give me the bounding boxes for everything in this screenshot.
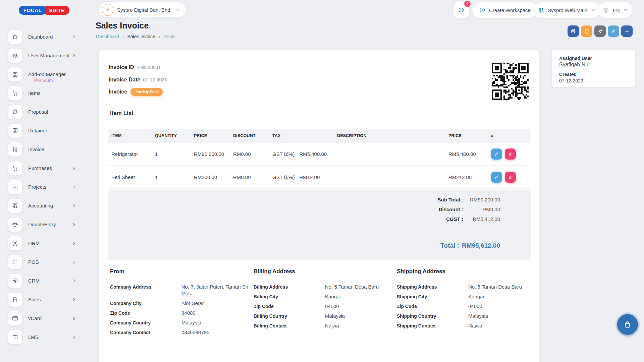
sidebar-item-projects[interactable]: Projects — [0, 178, 85, 196]
cart-fab-button[interactable] — [617, 314, 638, 335]
row-edit-button[interactable] — [491, 172, 502, 183]
chevron-right-icon — [72, 298, 76, 302]
subtotal-row: Sub Total : RM90,200.00 — [438, 196, 500, 203]
field-value: No. 5,Taman Desa Baru — [325, 284, 379, 290]
field-value: Kangar — [468, 293, 484, 300]
sidebar-item-items[interactable]: Items — [0, 84, 85, 103]
sidebar-item-doubleentry[interactable]: DoubleEntry — [0, 215, 85, 234]
language-selector[interactable]: EN — [598, 2, 633, 18]
sidebar-item-user-management[interactable]: User Management — [0, 46, 85, 65]
breadcrumb-dashboard[interactable]: Dashboard — [96, 34, 119, 39]
sidebar-item-lms[interactable]: LMS — [0, 328, 85, 347]
invoice-id-value: #INO00001 — [137, 65, 161, 70]
app-selector[interactable]: Syspro Web Main — [533, 2, 600, 18]
address-row: Company CityAlor Setar — [108, 300, 252, 307]
invoice-card: Invoice ID #INO00001 Invoice Date 07-12-… — [99, 50, 539, 362]
shipping-title: Shipping Address — [397, 268, 531, 275]
field-value: 84000 — [181, 310, 196, 316]
field-label: Shipping City — [395, 293, 468, 300]
sidebar-item-label: Dashboard — [28, 34, 53, 40]
totals-panel: Sub Total : RM90,200.00 Discount : RM0.0… — [108, 190, 531, 260]
chevron-right-icon — [72, 241, 76, 246]
row-edit-button[interactable] — [491, 148, 502, 160]
create-workspace-button[interactable]: Create Workspace — [472, 2, 537, 18]
col-header-total-price: PRICE — [448, 133, 491, 138]
chevron-down-icon — [623, 8, 628, 12]
document-button[interactable] — [581, 25, 592, 37]
logo-focal: FOCAL — [19, 6, 46, 15]
field-label: Billing City — [252, 293, 325, 300]
subtotal-label: Sub Total : — [438, 196, 463, 203]
total-row: Total : RM95,612.00 — [440, 242, 500, 249]
sidebar: FOCAL SUITE Dashboard User Management Ad… — [0, 0, 85, 362]
table-row: Bed Sheet 1 RM200.00 RM0.00 GST (6%)RM12… — [108, 166, 531, 189]
workspace-selector[interactable]: Syspro Digital Sdn. Bhd. — [99, 2, 186, 17]
tax-name: GST (6%) — [272, 151, 294, 157]
scale-icon — [8, 218, 22, 232]
send-button[interactable] — [594, 25, 606, 37]
home-icon — [8, 30, 22, 44]
total-label: Total : — [440, 242, 459, 249]
sidebar-item-label: CRM — [28, 278, 40, 284]
cell-actions — [491, 172, 531, 183]
sidebar-nav: Dashboard User Management Add-on Manager… — [0, 27, 85, 347]
plus-circle-icon — [479, 7, 486, 13]
created-label: Created — [559, 72, 628, 77]
invoice-id-label: Invoice ID — [109, 64, 134, 70]
table-row: Refrigerator 1 RM90,000.00 RM0.00 GST (6… — [108, 143, 531, 166]
sidebar-item-retainer[interactable]: Retainer — [0, 121, 85, 140]
sidebar-item-invoice[interactable]: Invoice — [0, 140, 85, 159]
sidebar-item-pos[interactable]: POS — [0, 253, 85, 272]
address-row: Shipping ContactNajwa — [395, 322, 531, 329]
address-row: Company CountryMalaysia — [108, 319, 252, 326]
invoice-date-value: 07-12-2023 — [143, 77, 167, 82]
assigned-user-panel: Assigned User Syafiqah Nur Created 07-12… — [552, 50, 635, 87]
address-row: Zip Code84000 — [252, 303, 395, 310]
globe-icon — [602, 7, 609, 14]
chevron-right-icon — [72, 223, 76, 227]
cell-tax: GST (6%)RM5,400.00 — [272, 151, 337, 157]
row-delete-button[interactable] — [505, 148, 516, 160]
field-label: Company City — [108, 300, 181, 307]
invoice-id-row: Invoice ID #INO00001 — [109, 64, 161, 70]
app-logo[interactable]: FOCAL SUITE — [19, 6, 69, 15]
field-label: Zip Code — [395, 303, 468, 310]
sidebar-item-accounting[interactable]: Accounting — [0, 196, 85, 215]
field-value: 84000 — [468, 303, 482, 310]
field-value: Alor Setar — [181, 300, 204, 307]
print-button[interactable] — [568, 25, 579, 37]
invoice-status-row: Invoice Partialy Paid — [109, 88, 163, 96]
add-button[interactable] — [621, 25, 633, 37]
edit-button[interactable] — [608, 25, 619, 37]
sidebar-item-crm[interactable]: CRM — [0, 272, 85, 290]
sidebar-item-vcard[interactable]: vCard — [0, 309, 85, 328]
invoice-date-row: Invoice Date 07-12-2023 — [109, 77, 167, 83]
address-row: Zip Code84000 — [108, 310, 252, 316]
sidebar-item-label: DoubleEntry — [28, 222, 56, 227]
sidebar-item-sales[interactable]: Sales — [0, 290, 85, 309]
cell-quantity: 1 — [155, 174, 194, 180]
cart-icon — [8, 161, 22, 175]
messages-button[interactable]: 0 — [453, 2, 469, 18]
sidebar-item-purchases[interactable]: Purchases — [0, 159, 85, 178]
chevron-right-icon — [72, 260, 76, 264]
sidebar-item-dashboard[interactable]: Dashboard — [0, 27, 85, 46]
cell-actions — [491, 148, 531, 160]
discount-row: Discount : RM0.00 — [439, 206, 500, 213]
address-row: Billing ContactNajwa — [252, 322, 395, 329]
cell-item: Bed Sheet — [108, 174, 155, 180]
tax-amount: RM5,400.00 — [299, 151, 327, 157]
assigned-user-label: Assigned User — [559, 56, 628, 61]
tax-amount: RM12.00 — [299, 174, 320, 180]
sidebar-item-proposal[interactable]: Proposal — [0, 103, 85, 121]
field-label: Shipping Address — [395, 284, 468, 290]
cgst-row: CGST : RM5,412.00 — [446, 216, 500, 223]
table-header-row: ITEM QUANTITY PRICE DISCOUNT TAX DESCRIP… — [108, 129, 531, 143]
sidebar-item-addon-manager[interactable]: Add-on Manager Premium — [0, 65, 85, 84]
sidebar-item-label: User Management — [28, 53, 69, 58]
sidebar-item-hrm[interactable]: HRM — [0, 234, 85, 253]
billing-title: Billing Address — [254, 268, 395, 275]
breadcrumb-sales-invoice[interactable]: Sales Invoice — [127, 34, 155, 39]
row-delete-button[interactable] — [505, 172, 516, 183]
app-selector-label: Syspro Web Main — [548, 7, 587, 13]
